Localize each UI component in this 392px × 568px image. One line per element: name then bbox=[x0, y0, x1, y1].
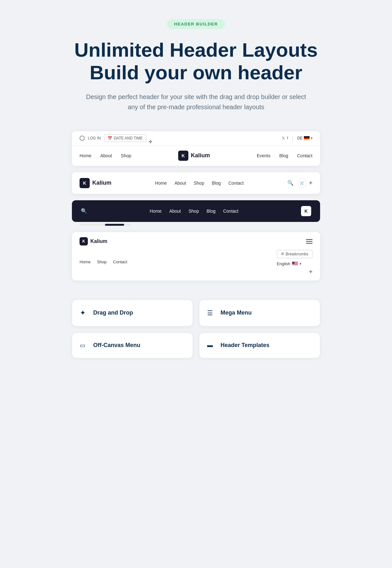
p4-home: Home bbox=[80, 259, 91, 264]
drag-drop-label: Drag and Drop bbox=[93, 309, 133, 316]
nav-link-about: About bbox=[100, 153, 112, 158]
date-time-pill: 📅 DATE AND TIME ✛ bbox=[104, 134, 146, 142]
scrollbar-thumb bbox=[105, 224, 124, 226]
nav-link-blog: Blog bbox=[279, 153, 288, 158]
p2-contact: Contact bbox=[228, 181, 244, 186]
nav-link-home: Home bbox=[80, 153, 91, 158]
kalium-logo-4: K Kalium bbox=[80, 237, 107, 245]
hero-title: Unlimited Header Layouts Build your own … bbox=[74, 39, 318, 84]
login-icon bbox=[80, 136, 85, 141]
preview-3-wrapper: 🔍 Home About Shop Blog Contact K bbox=[72, 200, 320, 226]
right-nav-links: Events Blog Contact bbox=[257, 153, 312, 158]
header-previews: LOG IN 📅 DATE AND TIME ✛ 𝕏 f DE bbox=[72, 131, 320, 280]
p4-contact: Contact bbox=[113, 259, 127, 264]
nav-link-events: Events bbox=[257, 153, 270, 158]
social-icons: 𝕏 f bbox=[282, 136, 288, 140]
drag-cursor-2: ✛ bbox=[309, 181, 312, 185]
de-flag-icon bbox=[304, 136, 310, 140]
preview-2-icons: 🔍 🛒 ✛ bbox=[287, 178, 312, 188]
search-icon-p2: 🔍 bbox=[287, 180, 294, 186]
p3-blog: Blog bbox=[206, 209, 215, 214]
left-nav-links: Home About Shop bbox=[80, 153, 131, 158]
preview-4-right: ⚙ Breadcrumbs English ▾ ✛ bbox=[277, 250, 312, 274]
login-label: LOG IN bbox=[88, 136, 101, 140]
header-builder-badge: HEADER BUILDER bbox=[167, 19, 225, 29]
drag-cursor-4: ✛ bbox=[309, 269, 312, 274]
breadcrumbs-label: Breadcrumbs bbox=[286, 252, 308, 256]
search-icon-p3: 🔍 bbox=[81, 208, 87, 214]
preview-3-nav: Home About Shop Blog Contact bbox=[150, 209, 239, 214]
header-templates-icon: ▬ bbox=[207, 342, 216, 349]
svg-rect-8 bbox=[292, 262, 294, 264]
preview-4-top: K Kalium bbox=[80, 237, 312, 245]
dropdown-arrow: ▾ bbox=[311, 136, 312, 140]
nav-link-shop: Shop bbox=[121, 153, 131, 158]
svg-rect-1 bbox=[304, 138, 310, 139]
facebook-icon: f bbox=[287, 136, 288, 140]
language-selector: DE ▾ bbox=[297, 136, 312, 140]
top-bar-right: 𝕏 f DE ▾ bbox=[282, 136, 312, 140]
english-label: English bbox=[277, 261, 290, 266]
cart-area: 🛒 ✛ bbox=[298, 178, 312, 188]
p3-contact: Contact bbox=[223, 209, 238, 214]
top-bar: LOG IN 📅 DATE AND TIME ✛ 𝕏 f DE bbox=[72, 131, 320, 146]
off-canvas-icon: ▭ bbox=[80, 342, 89, 349]
divider bbox=[292, 136, 293, 140]
breadcrumbs-icon: ⚙ bbox=[281, 252, 284, 256]
logo-icon-4: K bbox=[80, 237, 88, 245]
logo-text-1: Kalium bbox=[191, 152, 210, 159]
p4-shop: Shop bbox=[97, 259, 107, 264]
logo-text-4: Kalium bbox=[90, 238, 107, 244]
feature-off-canvas[interactable]: ▭ Off-Canvas Menu bbox=[72, 333, 193, 358]
preview-4: K Kalium Home Shop Contact ⚙ Breadcrumbs bbox=[72, 232, 320, 280]
scrollbar-indicator bbox=[80, 224, 130, 226]
calendar-icon: 📅 bbox=[108, 136, 112, 140]
feature-header-templates[interactable]: ▬ Header Templates bbox=[199, 333, 320, 358]
us-flag-icon bbox=[292, 262, 298, 266]
p2-blog: Blog bbox=[212, 181, 221, 186]
main-nav-1: Home About Shop K Kalium Events Blog Con… bbox=[72, 146, 320, 166]
de-language-label: DE bbox=[297, 136, 303, 140]
drag-drop-icon: ✦ bbox=[80, 309, 89, 317]
hamburger-line-3 bbox=[306, 243, 312, 244]
hero-subtitle: Design the perfect header for your site … bbox=[85, 92, 307, 112]
features-grid: ✦ Drag and Drop ☰ Mega Menu ▭ Off-Canvas… bbox=[72, 300, 320, 358]
off-canvas-label: Off-Canvas Menu bbox=[93, 342, 140, 349]
hamburger-line-2 bbox=[306, 241, 312, 242]
feature-mega-menu[interactable]: ☰ Mega Menu bbox=[199, 300, 320, 326]
preview-1: LOG IN 📅 DATE AND TIME ✛ 𝕏 f DE bbox=[72, 131, 320, 166]
feature-drag-drop[interactable]: ✦ Drag and Drop bbox=[72, 300, 193, 326]
logo-text-2: Kalium bbox=[92, 180, 111, 186]
language-selector-4: English ▾ bbox=[277, 261, 302, 266]
p3-home: Home bbox=[150, 209, 162, 214]
cart-icon-circle: 🛒 bbox=[298, 178, 307, 188]
nav-link-contact: Contact bbox=[297, 153, 312, 158]
header-templates-label: Header Templates bbox=[220, 342, 270, 349]
svg-rect-0 bbox=[304, 136, 310, 138]
mega-menu-icon: ☰ bbox=[207, 309, 216, 317]
preview-3-dark: 🔍 Home About Shop Blog Contact K bbox=[72, 200, 320, 222]
svg-rect-7 bbox=[292, 265, 298, 266]
svg-rect-2 bbox=[304, 139, 310, 140]
p2-about: About bbox=[174, 181, 186, 186]
preview-2-nav: Home About Shop Blog Contact bbox=[155, 181, 244, 186]
logo-icon-2: K bbox=[80, 178, 90, 188]
date-time-label: DATE AND TIME bbox=[114, 136, 143, 140]
kalium-logo-1: K Kalium bbox=[178, 151, 210, 161]
drag-cursor-icon: ✛ bbox=[149, 139, 152, 144]
lang-dropdown-arrow: ▾ bbox=[300, 262, 301, 266]
preview-4-nav: Home Shop Contact bbox=[80, 259, 127, 264]
p3-about: About bbox=[169, 209, 181, 214]
hamburger-line-1 bbox=[306, 239, 312, 240]
p2-shop: Shop bbox=[194, 181, 204, 186]
p2-home: Home bbox=[155, 181, 167, 186]
hamburger-menu bbox=[306, 239, 312, 244]
mega-menu-label: Mega Menu bbox=[220, 309, 252, 316]
twitter-icon: 𝕏 bbox=[282, 136, 285, 140]
logo-icon-3: K bbox=[301, 206, 311, 216]
top-bar-left: LOG IN 📅 DATE AND TIME ✛ bbox=[80, 134, 146, 142]
preview-2: K Kalium Home About Shop Blog Contact 🔍 … bbox=[72, 172, 320, 194]
svg-rect-6 bbox=[292, 264, 298, 265]
breadcrumbs-pill: ⚙ Breadcrumbs bbox=[277, 250, 312, 258]
cart-icon-p2: 🛒 bbox=[300, 181, 304, 185]
